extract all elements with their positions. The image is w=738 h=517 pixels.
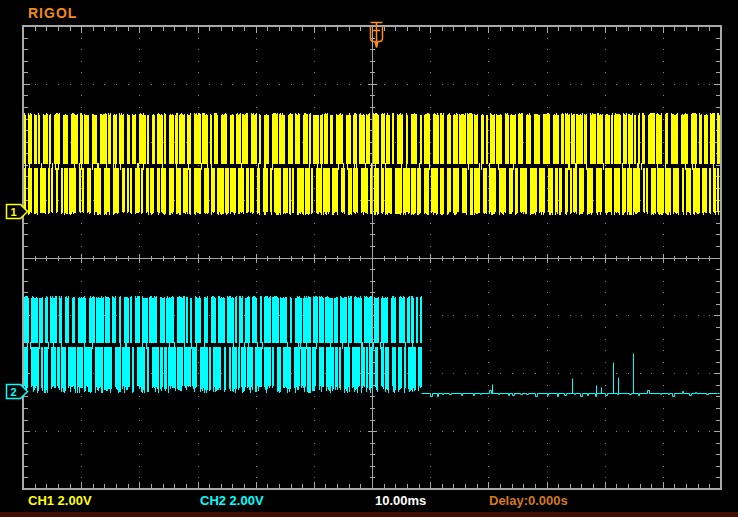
ch1-scale-readout: CH1 2.00V — [28, 493, 92, 508]
trigger-delay-readout: Delay:0.000s — [489, 493, 568, 508]
ch1-marker-label: 1 — [10, 206, 16, 218]
bottom-strip — [0, 512, 738, 517]
graticule-grid — [23, 26, 721, 489]
ch2-scale-readout: CH2 2.00V — [200, 493, 264, 508]
ch2-marker-label: 2 — [10, 386, 16, 398]
display-area: 1 2 — [0, 0, 738, 517]
oscilloscope-screen: RIGOL 1 2 CH1 2.00V CH2 2.00V 10.00ms De… — [0, 0, 738, 517]
timebase-readout: 10.00ms — [375, 493, 426, 508]
